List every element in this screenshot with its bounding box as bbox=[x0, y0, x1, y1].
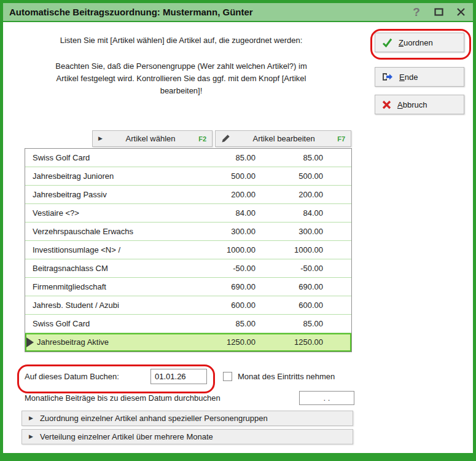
table-row[interactable]: Firmenmitgliedschaft 690.00 690.00 bbox=[25, 278, 351, 296]
article-name: Verzehrspauschale Erwachs bbox=[33, 223, 194, 240]
table-row[interactable]: Investitionsumlage <N> / 1000.00 1000.00 bbox=[25, 241, 351, 259]
abbruch-label: Abbruch bbox=[397, 100, 427, 109]
monthly-date-input[interactable] bbox=[299, 391, 354, 405]
table-row[interactable]: Beitragsnachlass CM -50.00 -50.00 bbox=[25, 259, 351, 278]
section-personengruppen-label: Zuordnung einzelner Artikel anhand spezi… bbox=[40, 414, 268, 423]
x-icon bbox=[382, 100, 391, 109]
article-name: Jahresbeitrag Junioren bbox=[33, 167, 194, 185]
article-name: Swiss Golf Card bbox=[33, 149, 194, 167]
article-name: Vestiaire <?> bbox=[33, 204, 194, 222]
article-amount-1: 600.00 bbox=[194, 296, 256, 314]
section-personengruppen-button[interactable]: ▶ Zuordnung einzelner Artikel anhand spe… bbox=[21, 411, 353, 426]
article-amount-1: 85.00 bbox=[194, 315, 256, 333]
article-amount-1: 500.00 bbox=[194, 167, 256, 185]
table-row[interactable]: Jahresbeitrag Aktive 1250.00 1250.00 bbox=[25, 333, 351, 352]
article-amount-2: 85.00 bbox=[256, 315, 323, 333]
article-amount-2: 500.00 bbox=[256, 167, 323, 185]
article-name: Jahresbeitrag Aktive bbox=[37, 333, 194, 352]
zuordnen-label: Zuordnen bbox=[399, 38, 433, 47]
article-name: Beitragsnachlass CM bbox=[33, 259, 194, 277]
titlebar: Automatische Beitragszuordnung: Musterma… bbox=[3, 3, 473, 22]
check-icon bbox=[382, 38, 392, 47]
article-amount-1: 85.00 bbox=[194, 149, 256, 167]
table-row[interactable]: Jahresb. Student / Azubi 600.00 600.00 bbox=[25, 296, 351, 315]
article-name: Investitionsumlage <N> / bbox=[33, 241, 194, 259]
maximize-icon[interactable] bbox=[432, 6, 445, 19]
booking-date-input[interactable] bbox=[150, 369, 207, 384]
table-row[interactable]: Swiss Golf Card 85.00 85.00 bbox=[25, 315, 351, 333]
window-title: Automatische Beitragszuordnung: Musterma… bbox=[9, 7, 410, 17]
article-amount-1: 1250.00 bbox=[194, 333, 256, 352]
artikel-bearbeiten-button[interactable]: Artikel bearbeiten F7 bbox=[215, 130, 351, 147]
artikel-waehlen-label: Artikel wählen bbox=[103, 134, 198, 143]
article-name: Jahresb. Student / Azubi bbox=[33, 296, 194, 314]
entry-month-label: Monat des Eintritts nehmen bbox=[238, 372, 335, 381]
chevron-right-icon: ▶ bbox=[98, 136, 103, 141]
article-amount-2: 690.00 bbox=[256, 278, 323, 296]
article-amount-2: 1250.00 bbox=[256, 333, 323, 352]
instruction-text-1: Listen Sie mit [Artikel wählen] die Arti… bbox=[55, 34, 307, 47]
article-amount-1: 300.00 bbox=[194, 223, 256, 240]
pencil-icon bbox=[221, 134, 230, 143]
shortcut-f2: F2 bbox=[198, 135, 206, 143]
instruction-text-2: Beachten Sie, daß die Personengruppe (We… bbox=[55, 60, 307, 97]
table-row[interactable]: Jahresbeitrag Passiv 200.00 200.00 bbox=[25, 186, 351, 204]
article-amount-2: 300.00 bbox=[256, 223, 323, 240]
titlebar-icons: ? bbox=[410, 6, 467, 19]
article-amount-2: 200.00 bbox=[256, 186, 323, 203]
artikel-waehlen-button[interactable]: ▶ Artikel wählen F2 bbox=[92, 130, 213, 147]
monthly-row: Monatliche Beiträge bis zu diesem Datum … bbox=[25, 391, 354, 405]
table-row[interactable]: Swiss Golf Card 85.00 85.00 bbox=[25, 149, 351, 167]
entry-month-checkbox[interactable] bbox=[223, 372, 232, 381]
article-amount-2: 85.00 bbox=[256, 149, 323, 167]
article-amount-1: 690.00 bbox=[194, 278, 256, 296]
table-row[interactable]: Vestiaire <?> 84.00 84.00 bbox=[25, 204, 351, 223]
article-table: Swiss Golf Card 85.00 85.00 Jahresbeitra… bbox=[25, 148, 352, 352]
article-amount-1: 1000.00 bbox=[194, 241, 256, 259]
article-amount-2: -50.00 bbox=[256, 259, 323, 277]
article-amount-1: -50.00 bbox=[194, 259, 256, 277]
table-row[interactable]: Jahresbeitrag Junioren 500.00 500.00 bbox=[25, 167, 351, 186]
article-amount-2: 1000.00 bbox=[256, 241, 323, 259]
article-amount-1: 200.00 bbox=[194, 186, 256, 203]
dialog-content: Listen Sie mit [Artikel wählen] die Arti… bbox=[3, 22, 473, 452]
close-icon[interactable] bbox=[455, 6, 467, 19]
help-icon[interactable]: ? bbox=[410, 6, 423, 19]
article-amount-1: 84.00 bbox=[194, 204, 256, 222]
monthly-label: Monatliche Beiträge bis zu diesem Datum … bbox=[25, 393, 220, 403]
booking-date-row: Auf dieses Datum Buchen: Monat des Eintr… bbox=[25, 369, 335, 384]
booking-date-label: Auf dieses Datum Buchen: bbox=[25, 372, 150, 381]
section-verteilung-button[interactable]: ▶ Verteilung einzelner Artikel über mehr… bbox=[21, 429, 353, 444]
chevron-right-icon: ▶ bbox=[29, 434, 33, 439]
article-name: Jahresbeitrag Passiv bbox=[33, 186, 194, 203]
ende-button[interactable]: Ende bbox=[375, 67, 464, 87]
ende-label: Ende bbox=[399, 73, 418, 82]
dialog-window: Automatische Beitragszuordnung: Musterma… bbox=[0, 0, 476, 461]
exit-icon bbox=[382, 73, 393, 81]
article-amount-2: 600.00 bbox=[256, 296, 323, 314]
section-verteilung-label: Verteilung einzelner Artikel über mehrer… bbox=[40, 432, 213, 441]
shortcut-f7: F7 bbox=[337, 135, 345, 143]
zuordnen-button[interactable]: Zuordnen bbox=[375, 33, 464, 52]
article-name: Firmenmitgliedschaft bbox=[33, 278, 194, 296]
artikel-bearbeiten-label: Artikel bearbeiten bbox=[230, 134, 337, 143]
table-row[interactable]: Verzehrspauschale Erwachs 300.00 300.00 bbox=[25, 223, 351, 241]
row-cursor-icon bbox=[26, 337, 34, 347]
article-name: Swiss Golf Card bbox=[33, 315, 194, 333]
chevron-right-icon: ▶ bbox=[29, 416, 33, 421]
abbruch-button[interactable]: Abbruch bbox=[375, 95, 464, 114]
article-amount-2: 84.00 bbox=[256, 204, 323, 222]
